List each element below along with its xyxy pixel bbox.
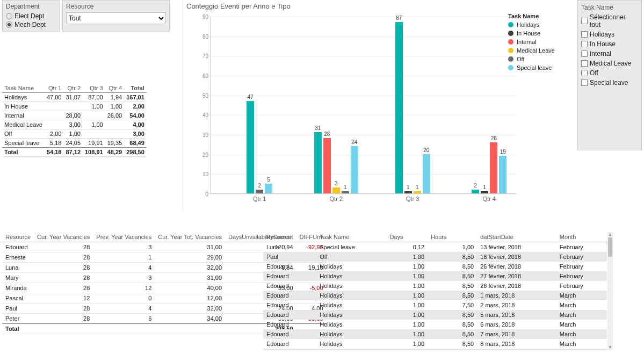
table-row[interactable]: EdouardHolidays1,008,5027 février, 2018F… (263, 271, 607, 281)
matrix-cell (45, 111, 64, 120)
chart-bar[interactable] (247, 101, 254, 193)
matrix-cell: 19,91 (83, 139, 105, 148)
table-row[interactable]: LunaSpecial leave0,121,0013 février, 201… (263, 242, 607, 252)
table-cell: 29,00 (155, 252, 225, 263)
table-cell: 1 mars, 2018 (477, 291, 556, 300)
table-cell: March (556, 339, 607, 349)
legend-item[interactable]: Medical Leave (508, 47, 567, 54)
matrix-cell: 2,00 (45, 129, 64, 139)
resource-dropdown[interactable]: Tout (66, 12, 166, 24)
table-row[interactable]: EdouardHolidays1,007,509 mars, 2018March (263, 349, 607, 350)
table-row[interactable]: EdouardHolidays1,008,5028 février, 2018F… (263, 281, 607, 291)
table-header[interactable]: Resource (263, 232, 316, 242)
chart-bar-label: 1 (340, 184, 351, 190)
table-cell: 1,00 (386, 310, 428, 320)
table-header[interactable]: Month (556, 232, 607, 242)
matrix-header[interactable]: Task Name (2, 84, 45, 93)
chart-bar[interactable] (351, 146, 358, 193)
scroll-thumb[interactable] (608, 237, 612, 257)
table-cell: Holidays (316, 329, 386, 339)
table-cell: Mary (2, 273, 34, 283)
chart-bar[interactable] (256, 190, 263, 193)
dept-option-mech[interactable]: Mech Dept (6, 21, 56, 28)
chart-bar[interactable] (414, 191, 421, 193)
task-check-label: Medical Leave (590, 60, 631, 67)
scroll-down-icon[interactable]: ▼ (607, 345, 613, 350)
task-check-item[interactable]: Holidays (581, 31, 638, 38)
matrix-row[interactable]: Internal28,0026,0054,00 (2, 111, 147, 120)
legend-item[interactable]: In House (508, 30, 567, 37)
legend-item[interactable]: Off (508, 56, 567, 62)
chart-bar[interactable] (499, 156, 506, 193)
matrix-cell: 1,00 (105, 102, 125, 111)
table-cell: 1,00 (386, 320, 428, 329)
chart-bar[interactable] (423, 154, 430, 193)
chart-bar[interactable] (472, 190, 479, 193)
table-header[interactable]: Task Name (316, 232, 386, 242)
table-cell: 28 (34, 314, 93, 324)
checkbox-icon (581, 80, 588, 86)
radio-icon (6, 13, 12, 19)
table-cell: 1,00 (386, 349, 428, 350)
matrix-row[interactable]: Medical Leave3,001,004,00 (2, 120, 147, 129)
matrix-row[interactable]: Off2,001,003,00 (2, 129, 147, 139)
task-check-item[interactable]: Medical Leave (581, 60, 638, 67)
scrollbar-vertical[interactable]: ▲ ▼ (607, 232, 613, 350)
matrix-header[interactable]: Qtr 1 (45, 84, 64, 93)
table-row[interactable]: EdouardHolidays1,008,506 mars, 2018March (263, 320, 607, 329)
task-check-item[interactable]: Off (581, 69, 638, 77)
dept-option-elect[interactable]: Elect Dept (6, 12, 56, 20)
legend-item[interactable]: Holidays (508, 21, 567, 28)
matrix-cell: Off (2, 129, 45, 139)
table-cell: 26 février, 2018 (477, 262, 556, 271)
chart-bar[interactable] (395, 22, 403, 193)
task-check-item[interactable]: Special leave (581, 79, 638, 86)
table-header[interactable]: Prev. Year Vacancies (93, 232, 155, 242)
table-cell: 1,00 (386, 271, 428, 281)
legend-swatch-icon (508, 31, 513, 36)
matrix-row[interactable]: In House1,001,002,00 (2, 102, 147, 111)
chart-bar[interactable] (481, 191, 488, 193)
matrix-header[interactable]: Qtr 3 (83, 84, 105, 93)
table-row[interactable]: PaulOff1,008,5016 février, 2018February (263, 252, 607, 262)
radio-icon-filled (6, 21, 12, 28)
task-check-item[interactable]: Internal (581, 50, 638, 57)
table-header[interactable]: Days (386, 232, 428, 242)
table-row[interactable]: EdouardHolidays1,007,502 mars, 2018March (263, 300, 607, 310)
table-event-detail: ResourceTask NameDaysHoursdatStartDateMo… (263, 232, 607, 350)
table-cell: March (556, 349, 607, 350)
table-row[interactable]: EdouardHolidays1,008,508 mars, 2018March (263, 339, 607, 349)
chart-bar[interactable] (314, 132, 322, 193)
chart-bar[interactable] (332, 187, 340, 193)
legend-item[interactable]: Special leave (508, 64, 567, 71)
table-row[interactable]: EdouardHolidays1,008,5026 février, 2018F… (263, 262, 607, 271)
chart-bar[interactable] (323, 138, 331, 193)
matrix-header[interactable]: Qtr 4 (105, 84, 125, 93)
chart-body[interactable]: 01020304050607080904725Qtr 131283124Qtr … (194, 11, 516, 205)
table-row[interactable]: EdouardHolidays1,008,505 mars, 2018March (263, 310, 607, 320)
table-cell: Edouard (263, 300, 316, 310)
legend-item[interactable]: Internal (508, 39, 567, 45)
chart-bar[interactable] (404, 191, 412, 193)
matrix-row[interactable]: Holidays47,0031,0787,001,94167,01 (2, 93, 147, 102)
table-row[interactable]: EdouardHolidays1,008,507 mars, 2018March (263, 329, 607, 339)
matrix-row[interactable]: Special leave5,1824,0519,9119,3568,49 (2, 139, 147, 148)
chart-bar[interactable] (490, 142, 497, 193)
table-header[interactable]: Cur. Year Vacancies (34, 232, 93, 242)
chart-bar[interactable] (265, 184, 272, 193)
matrix-header[interactable]: Total (124, 84, 147, 93)
matrix-cell: 28,00 (63, 111, 83, 120)
table-header[interactable]: Hours (428, 232, 477, 242)
scroll-up-icon[interactable]: ▲ (607, 232, 613, 237)
table-header[interactable]: Cur. Year Tot. Vacancies (155, 232, 225, 242)
table-row[interactable]: EdouardHolidays1,008,501 mars, 2018March (263, 291, 607, 300)
table-header[interactable]: datStartDate (477, 232, 556, 242)
matrix-cell: 47,00 (45, 93, 64, 102)
table-cell: Pascal (2, 293, 34, 304)
task-check-item[interactable]: In House (581, 40, 638, 48)
task-check-item[interactable]: Sélectionner tout (581, 13, 638, 28)
table-cell: Holidays (316, 339, 386, 349)
chart-bar[interactable] (342, 191, 349, 193)
matrix-header[interactable]: Qtr 2 (63, 84, 83, 93)
table-header[interactable]: Resource (2, 232, 34, 242)
